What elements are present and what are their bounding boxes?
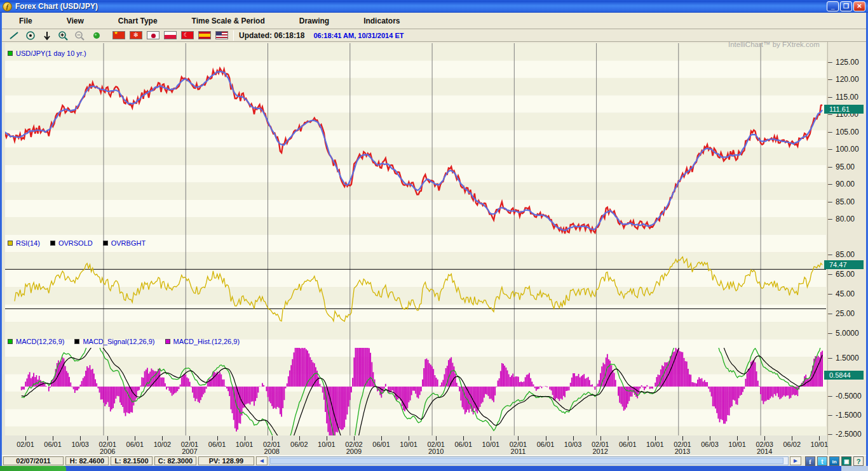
window-title: Forex Chart (USD/JPY) [15, 2, 98, 11]
menu-item-file[interactable]: File [2, 17, 50, 25]
rsi-axis-label: –45.00 [828, 289, 855, 298]
forex-chart-window: { "window": { "title": "Forex Chart (USD… [0, 0, 868, 471]
price-axis-label: –125.00 [828, 58, 859, 67]
app-logo-icon: ƒ [3, 2, 12, 11]
ellipse-tool-icon[interactable] [24, 30, 37, 41]
axis-label: -1.5000 [836, 411, 862, 420]
updated-timestamp: 06:18:41 AM, 10/31/2014 ET [313, 32, 403, 39]
flag-poland-icon[interactable] [164, 31, 177, 39]
rsi-value-badge: 74.47 [824, 260, 864, 269]
point-tool-icon[interactable] [90, 30, 104, 41]
window-border-left [0, 13, 2, 466]
x-axis-tick [299, 436, 300, 441]
x-axis-year-label: 2011 [499, 448, 537, 455]
help-icon[interactable]: ? [853, 456, 864, 466]
x-axis: 02/0106/0110/0302/01200606/0110/0202/012… [0, 435, 827, 455]
status-cell: L: 82.1500 [111, 456, 153, 465]
x-axis-tick [628, 436, 628, 441]
watermark: IntelliChart™ by FXtrek.com [728, 41, 820, 48]
x-axis-tick [135, 436, 135, 441]
zoom-in-icon[interactable] [57, 30, 71, 41]
scroll-left-button[interactable]: ◄ [256, 456, 268, 465]
legend-item: MACD(12,26,9) [8, 338, 64, 345]
legend-swatch-icon [8, 339, 13, 344]
axis-label: 65.00 [836, 270, 855, 279]
flag-turkey-icon[interactable] [181, 31, 194, 39]
title-bar[interactable]: ƒ Forex Chart (USD/JPY) _ ❐ ✕ [0, 0, 868, 13]
x-axis-tick [272, 436, 273, 441]
legend-label: MACD(12,26,9) [16, 338, 64, 345]
menu-item-time-scale-period[interactable]: Time Scale & Period [175, 17, 282, 25]
taskbar[interactable] [0, 466, 868, 471]
legend-swatch-icon [165, 339, 170, 344]
flag-china-icon[interactable] [112, 31, 125, 39]
rsi-axis-label: –85.00 [828, 250, 855, 259]
updated-label: Updated: 06:18:18 [239, 31, 304, 40]
menu-item-chart-type[interactable]: Chart Type [101, 17, 175, 25]
price-axis: –125.00–120.00–115.00–110.00–105.00–100.… [827, 42, 866, 455]
arrow-down-tool-icon[interactable] [40, 30, 54, 41]
status-cell: H: 82.4600 [65, 456, 109, 465]
line-tool-icon[interactable] [7, 30, 21, 41]
flag-japan-icon[interactable] [147, 31, 159, 39]
linkedin-icon[interactable]: in [829, 456, 839, 466]
axis-label: -0.5000 [836, 392, 862, 401]
facebook-icon[interactable]: f [805, 456, 815, 466]
axis-label: -2.5000 [836, 430, 862, 439]
zoom-out-icon[interactable] [73, 30, 87, 41]
x-axis-tick [682, 436, 683, 441]
x-axis-year-label: 2007 [170, 448, 208, 455]
x-axis-year-label: 2009 [335, 448, 373, 455]
axis-tick-dash: – [828, 93, 836, 102]
chart-plot-area[interactable] [0, 42, 827, 455]
twitter-icon[interactable]: t [817, 456, 827, 466]
scrollbar-thumb[interactable] [270, 458, 783, 464]
axis-tick-dash: – [828, 58, 836, 67]
price-axis-label: –115.00 [828, 93, 858, 102]
flag-usa-icon[interactable] [215, 31, 228, 39]
start-button[interactable] [0, 466, 66, 471]
x-axis-tick [819, 436, 820, 441]
axis-tick-dash: – [828, 180, 836, 189]
x-axis-year-label: 2014 [745, 448, 783, 455]
axis-tick-dash: – [828, 270, 836, 279]
price-axis-label: –95.00 [828, 163, 855, 171]
close-button[interactable]: ✕ [853, 1, 865, 11]
axis-label: 90.00 [836, 180, 855, 189]
flag-spain-icon[interactable] [198, 31, 211, 39]
axis-label: 45.00 [836, 289, 855, 298]
status-cell: C: 82.3000 [154, 456, 196, 465]
share-icon[interactable]: ▣ [841, 456, 851, 466]
price-legend: USD/JPY(1 day 10 yr.) [8, 49, 86, 58]
legend-label: MACD_Signal(12,26,9) [83, 338, 154, 345]
price-axis-label: –85.00 [828, 197, 855, 206]
minimize-button[interactable]: _ [827, 1, 839, 11]
last-price-badge: 111.61 [824, 105, 864, 114]
axis-label: 85.00 [836, 250, 855, 259]
menu-item-view[interactable]: View [50, 17, 101, 25]
x-axis-year-label: 2012 [581, 448, 620, 455]
restore-button[interactable]: ❐ [840, 1, 852, 11]
horizontal-scrollbar[interactable] [269, 456, 789, 465]
flag-icons [112, 31, 228, 39]
macd-legend: MACD(12,26,9)MACD_Signal(12,26,9)MACD_Hi… [8, 337, 240, 346]
x-axis-tick [409, 436, 409, 441]
price-axis-label: –105.00 [828, 128, 859, 136]
social-icons: ftin▣? [805, 456, 864, 466]
legend-item: MACD_Hist.(12,26,9) [165, 338, 240, 345]
rsi-axis-label: –5.0000 [828, 329, 859, 338]
legend-swatch-icon [103, 241, 108, 246]
x-axis-tick [53, 436, 53, 441]
x-axis-tick [436, 436, 437, 441]
flag-hong-kong-icon[interactable] [130, 31, 142, 39]
rsi-axis-label: –65.00 [828, 270, 855, 279]
menu-item-drawing[interactable]: Drawing [282, 17, 346, 25]
x-axis-tick [245, 436, 245, 441]
x-axis-tick [327, 436, 327, 441]
axis-tick-dash: – [828, 250, 836, 259]
axis-label: 80.00 [836, 215, 855, 223]
menu-item-indicators[interactable]: Indicators [346, 17, 417, 25]
scroll-right-button[interactable]: ► [790, 456, 801, 465]
legend-item: USD/JPY(1 day 10 yr.) [8, 50, 86, 57]
toolbar-separator [233, 30, 234, 41]
